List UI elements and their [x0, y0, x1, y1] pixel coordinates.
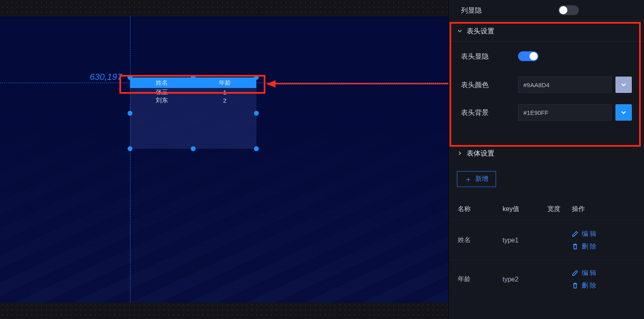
th-key: key值 [503, 205, 547, 213]
th-name: 名称 [458, 205, 503, 213]
header-section-toggle[interactable]: 表头设置 [449, 20, 644, 42]
header-color-swatch[interactable] [615, 77, 632, 93]
col-visibility-toggle[interactable] [558, 5, 579, 15]
app-root: 630,197 姓名 年龄 张三 1 刘东 2 [0, 0, 644, 319]
chevron-right-icon [457, 150, 463, 156]
cell-key: type2 [503, 276, 547, 283]
header-section-label: 表头设置 [467, 26, 494, 36]
body-section-label: 表体设置 [467, 149, 494, 158]
header-visible-toggle[interactable] [518, 51, 538, 61]
cell-name: 年龄 [458, 275, 503, 284]
cell-key: type1 [503, 237, 547, 244]
annotation-highlight-rect [119, 75, 265, 94]
canvas-viewport[interactable]: 630,197 姓名 年龄 张三 1 刘东 2 [0, 16, 448, 303]
resize-handle[interactable] [191, 146, 196, 151]
add-column-button[interactable]: ＋ 新增 [457, 171, 496, 187]
edit-icon [572, 270, 578, 276]
body-section-toggle[interactable]: 表体设置 [449, 143, 644, 164]
columns-table: 名称 key值 宽度 操作 姓名 type1 编辑 删除 [449, 198, 644, 299]
trash-icon [572, 243, 578, 250]
header-visible-label: 表头显隐 [461, 52, 518, 61]
chevron-down-icon [621, 82, 626, 88]
properties-panel: 列显隐 表头设置 表头显隐 表头颜色 #9AA8D4 表头背景 #1E90FF [448, 0, 644, 319]
table-row: 年龄 type2 编辑 删除 [449, 260, 644, 299]
plus-icon: ＋ [465, 176, 472, 183]
guide-vertical [130, 16, 130, 303]
canvas-background [0, 16, 448, 303]
cell: 2 [193, 97, 256, 104]
ruler-bottom [0, 303, 448, 319]
header-color-label: 表头颜色 [461, 80, 518, 90]
annotation-arrow [267, 83, 448, 84]
resize-handle[interactable] [128, 146, 132, 151]
cell-name: 姓名 [458, 236, 503, 244]
edit-button[interactable]: 编辑 [572, 230, 598, 238]
delete-button[interactable]: 删除 [572, 242, 598, 251]
coordinate-label: 630,197 [90, 72, 122, 82]
cell: 刘东 [130, 97, 193, 104]
header-bg-label: 表头背景 [461, 108, 518, 117]
delete-label: 删除 [582, 282, 598, 290]
resize-handle[interactable] [128, 111, 132, 116]
header-bg-swatch[interactable] [615, 104, 632, 121]
chevron-down-icon [457, 28, 463, 34]
header-bg-input[interactable]: #1E90FF [518, 104, 611, 121]
edit-label: 编辑 [582, 230, 598, 238]
col-visibility-label: 列显隐 [461, 6, 518, 15]
header-color-row: 表头颜色 #9AA8D4 [449, 71, 644, 99]
chevron-down-icon [621, 110, 626, 115]
columns-table-head: 名称 key值 宽度 操作 [449, 198, 644, 220]
header-color-input[interactable]: #9AA8D4 [518, 77, 611, 93]
edit-button[interactable]: 编辑 [572, 269, 598, 277]
delete-button[interactable]: 删除 [572, 282, 598, 290]
delete-label: 删除 [582, 242, 598, 251]
th-width: 宽度 [547, 205, 572, 213]
col-visibility-row: 列显隐 [449, 0, 644, 20]
table-row: 姓名 type1 编辑 删除 [449, 220, 644, 260]
header-visible-row: 表头显隐 [449, 42, 644, 71]
trash-icon [572, 282, 578, 289]
edit-label: 编辑 [582, 269, 598, 277]
resize-handle[interactable] [254, 146, 259, 151]
ruler-top [0, 0, 448, 16]
table-row: 刘东 2 [130, 96, 256, 104]
resize-handle[interactable] [254, 111, 259, 116]
edit-icon [572, 231, 578, 237]
th-ops: 操作 [572, 205, 635, 213]
header-bg-row: 表头背景 #1E90FF [449, 99, 644, 126]
add-button-label: 新增 [475, 175, 488, 183]
canvas-area[interactable]: 630,197 姓名 年龄 张三 1 刘东 2 [0, 0, 448, 319]
